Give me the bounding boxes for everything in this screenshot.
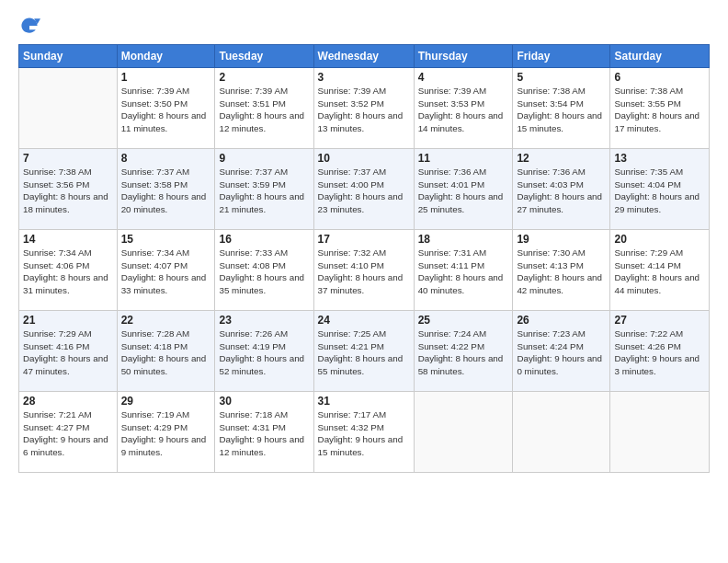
calendar-cell: 29 Sunrise: 7:19 AM Sunset: 4:29 PM Dayl… [117,392,215,473]
calendar-cell: 24 Sunrise: 7:25 AM Sunset: 4:21 PM Dayl… [313,311,414,392]
day-number: 31 [318,395,410,408]
day-number: 27 [614,314,705,327]
sunset-label: Sunset: 3:55 PM [614,98,680,109]
sunrise-label: Sunrise: 7:29 AM [614,247,683,258]
sunset-label: Sunset: 4:13 PM [517,260,583,270]
calendar-cell: 9 Sunrise: 7:37 AM Sunset: 3:59 PM Dayli… [215,149,313,230]
sunrise-label: Sunrise: 7:37 AM [318,167,387,177]
daylight-label: Daylight: 8 hours and 55 minutes. [318,353,404,376]
day-info: Sunrise: 7:24 AM Sunset: 4:22 PM Dayligh… [418,327,509,378]
day-number: 4 [418,71,509,84]
header-thursday: Thursday [414,45,513,68]
daylight-label: Daylight: 8 hours and 21 minutes. [219,191,304,214]
daylight-label: Daylight: 8 hours and 37 minutes. [318,272,404,295]
day-info: Sunrise: 7:25 AM Sunset: 4:21 PM Dayligh… [318,327,410,378]
day-number: 23 [219,314,309,327]
calendar-cell: 6 Sunrise: 7:38 AM Sunset: 3:55 PM Dayli… [610,68,710,149]
day-number: 28 [23,395,113,408]
daylight-label: Daylight: 8 hours and 15 minutes. [517,110,602,133]
day-number: 12 [517,152,606,165]
day-number: 2 [219,71,309,84]
sunset-label: Sunset: 3:58 PM [121,179,188,190]
day-info: Sunrise: 7:38 AM Sunset: 3:56 PM Dayligh… [23,166,113,216]
daylight-label: Daylight: 9 hours and 9 minutes. [121,434,207,457]
sunset-label: Sunset: 4:16 PM [23,341,89,351]
sunset-label: Sunset: 4:21 PM [318,341,384,351]
calendar-cell: 21 Sunrise: 7:29 AM Sunset: 4:16 PM Dayl… [19,311,118,392]
header-monday: Monday [117,45,215,68]
day-info: Sunrise: 7:34 AM Sunset: 4:07 PM Dayligh… [121,247,211,297]
daylight-label: Daylight: 8 hours and 14 minutes. [418,110,504,133]
day-info: Sunrise: 7:31 AM Sunset: 4:11 PM Dayligh… [418,247,509,297]
sunset-label: Sunset: 4:03 PM [517,179,583,190]
calendar-cell [610,392,710,473]
daylight-label: Daylight: 8 hours and 20 minutes. [121,191,207,214]
day-info: Sunrise: 7:36 AM Sunset: 4:03 PM Dayligh… [517,166,606,216]
sunrise-label: Sunrise: 7:32 AM [318,247,387,258]
daylight-label: Daylight: 9 hours and 6 minutes. [23,434,108,457]
day-info: Sunrise: 7:39 AM Sunset: 3:50 PM Dayligh… [121,85,211,135]
day-info: Sunrise: 7:38 AM Sunset: 3:55 PM Dayligh… [614,85,705,135]
day-number: 17 [318,233,410,246]
day-number: 18 [418,233,509,246]
sunrise-label: Sunrise: 7:38 AM [517,86,586,96]
sunset-label: Sunset: 3:50 PM [121,98,188,109]
sunset-label: Sunset: 4:26 PM [614,341,680,351]
day-info: Sunrise: 7:21 AM Sunset: 4:27 PM Dayligh… [23,408,113,459]
weekday-header-row: Sunday Monday Tuesday Wednesday Thursday… [19,45,710,68]
day-number: 19 [517,233,606,246]
day-number: 6 [614,71,705,84]
day-number: 8 [121,152,211,165]
sunrise-label: Sunrise: 7:31 AM [418,247,487,258]
day-number: 13 [614,152,705,165]
calendar-cell [414,392,513,473]
daylight-label: Daylight: 8 hours and 35 minutes. [219,272,304,295]
day-info: Sunrise: 7:34 AM Sunset: 4:06 PM Dayligh… [23,247,113,297]
calendar-cell: 30 Sunrise: 7:18 AM Sunset: 4:31 PM Dayl… [215,392,313,473]
day-number: 21 [23,314,113,327]
daylight-label: Daylight: 8 hours and 42 minutes. [517,272,602,295]
sunset-label: Sunset: 3:54 PM [517,98,583,109]
sunrise-label: Sunrise: 7:39 AM [121,86,190,96]
day-info: Sunrise: 7:35 AM Sunset: 4:04 PM Dayligh… [614,166,705,216]
sunrise-label: Sunrise: 7:39 AM [219,86,288,96]
calendar-cell: 12 Sunrise: 7:36 AM Sunset: 4:03 PM Dayl… [513,149,610,230]
daylight-label: Daylight: 9 hours and 15 minutes. [318,434,404,457]
daylight-label: Daylight: 8 hours and 58 minutes. [418,353,504,376]
day-info: Sunrise: 7:33 AM Sunset: 4:08 PM Dayligh… [219,247,309,297]
calendar-week-row: 14 Sunrise: 7:34 AM Sunset: 4:06 PM Dayl… [19,230,710,311]
day-info: Sunrise: 7:38 AM Sunset: 3:54 PM Dayligh… [517,85,606,135]
day-number: 9 [219,152,309,165]
calendar-week-row: 1 Sunrise: 7:39 AM Sunset: 3:50 PM Dayli… [19,68,710,149]
day-info: Sunrise: 7:23 AM Sunset: 4:24 PM Dayligh… [517,327,606,378]
calendar-cell: 31 Sunrise: 7:17 AM Sunset: 4:32 PM Dayl… [313,392,414,473]
day-number: 26 [517,314,606,327]
calendar-cell: 26 Sunrise: 7:23 AM Sunset: 4:24 PM Dayl… [513,311,610,392]
day-number: 11 [418,152,509,165]
day-number: 29 [121,395,211,408]
sunrise-label: Sunrise: 7:19 AM [121,409,190,419]
sunrise-label: Sunrise: 7:30 AM [517,247,586,258]
daylight-label: Daylight: 8 hours and 12 minutes. [219,110,304,133]
sunrise-label: Sunrise: 7:18 AM [219,409,288,419]
daylight-label: Daylight: 8 hours and 47 minutes. [23,353,108,376]
day-number: 3 [318,71,410,84]
calendar-week-row: 7 Sunrise: 7:38 AM Sunset: 3:56 PM Dayli… [19,149,710,230]
calendar-cell: 13 Sunrise: 7:35 AM Sunset: 4:04 PM Dayl… [610,149,710,230]
sunrise-label: Sunrise: 7:34 AM [121,247,190,258]
day-info: Sunrise: 7:36 AM Sunset: 4:01 PM Dayligh… [418,166,509,216]
calendar-cell: 5 Sunrise: 7:38 AM Sunset: 3:54 PM Dayli… [513,68,610,149]
day-info: Sunrise: 7:18 AM Sunset: 4:31 PM Dayligh… [219,408,309,459]
sunset-label: Sunset: 4:31 PM [219,422,285,432]
day-number: 7 [23,152,113,165]
calendar-cell: 8 Sunrise: 7:37 AM Sunset: 3:58 PM Dayli… [117,149,215,230]
sunrise-label: Sunrise: 7:36 AM [517,167,586,177]
sunrise-label: Sunrise: 7:21 AM [23,409,92,419]
calendar-cell: 17 Sunrise: 7:32 AM Sunset: 4:10 PM Dayl… [313,230,414,311]
daylight-label: Daylight: 8 hours and 11 minutes. [121,110,207,133]
daylight-label: Daylight: 8 hours and 33 minutes. [121,272,207,295]
sunset-label: Sunset: 4:08 PM [219,260,285,270]
daylight-label: Daylight: 8 hours and 29 minutes. [614,191,700,214]
sunset-label: Sunset: 3:52 PM [318,98,384,109]
calendar-cell: 19 Sunrise: 7:30 AM Sunset: 4:13 PM Dayl… [513,230,610,311]
